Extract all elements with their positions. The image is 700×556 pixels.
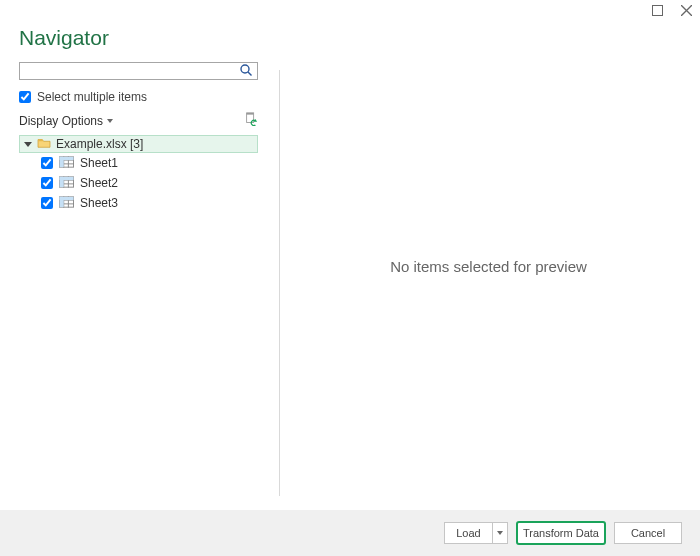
expand-collapse-icon[interactable]: [24, 142, 32, 147]
left-pane: Navigator Select multiple items Display …: [0, 22, 277, 510]
sheet-icon: [59, 156, 74, 171]
content-area: Navigator Select multiple items Display …: [0, 22, 700, 510]
refresh-icon[interactable]: [244, 112, 258, 129]
sheet-label: Sheet3: [80, 196, 118, 210]
maximize-icon[interactable]: [652, 4, 663, 18]
load-dropdown-button[interactable]: [492, 522, 508, 544]
tree: Example.xlsx [3] Sheet1 Sheet2: [19, 135, 258, 213]
page-title: Navigator: [19, 26, 258, 50]
svg-rect-0: [653, 6, 663, 16]
select-multiple-label: Select multiple items: [37, 90, 147, 104]
transform-data-label: Transform Data: [523, 527, 599, 539]
svg-rect-14: [59, 156, 73, 159]
sheet-label: Sheet1: [80, 156, 118, 170]
tree-sheet-row[interactable]: Sheet1: [19, 153, 258, 173]
pane-separator: [279, 70, 280, 496]
search-box[interactable]: [19, 62, 258, 80]
navigator-dialog: Navigator Select multiple items Display …: [0, 0, 700, 556]
load-button[interactable]: Load: [444, 522, 492, 544]
preview-pane: No items selected for preview: [277, 22, 700, 510]
search-icon[interactable]: [239, 63, 253, 80]
sheet-checkbox[interactable]: [41, 197, 53, 209]
chevron-down-icon: [107, 119, 113, 123]
svg-point-3: [241, 65, 249, 73]
tree-sheet-row[interactable]: Sheet3: [19, 193, 258, 213]
transform-data-button[interactable]: Transform Data: [516, 521, 606, 545]
sheet-label: Sheet2: [80, 176, 118, 190]
footer: Load Transform Data Cancel: [0, 510, 700, 556]
close-icon[interactable]: [681, 4, 692, 18]
tree-sheet-row[interactable]: Sheet2: [19, 173, 258, 193]
tree-file-label: Example.xlsx [3]: [56, 137, 143, 151]
svg-rect-21: [59, 176, 73, 179]
svg-rect-6: [247, 113, 254, 115]
display-options-row: Display Options: [19, 112, 258, 129]
preview-empty-message: No items selected for preview: [390, 258, 587, 275]
select-multiple-checkbox[interactable]: [19, 91, 31, 103]
title-bar: [0, 0, 700, 22]
load-button-group: Load: [444, 522, 508, 544]
sheet-checkbox[interactable]: [41, 157, 53, 169]
folder-icon: [37, 137, 51, 152]
cancel-button[interactable]: Cancel: [614, 522, 682, 544]
display-options-label: Display Options: [19, 114, 103, 128]
display-options-dropdown[interactable]: Display Options: [19, 114, 113, 128]
select-multiple-row: Select multiple items: [19, 90, 258, 104]
svg-line-4: [248, 72, 252, 76]
sheet-checkbox[interactable]: [41, 177, 53, 189]
load-button-label: Load: [456, 527, 480, 539]
sheet-icon: [59, 176, 74, 191]
cancel-button-label: Cancel: [631, 527, 665, 539]
sheet-icon: [59, 196, 74, 211]
search-input[interactable]: [24, 64, 239, 78]
svg-rect-28: [59, 196, 73, 199]
chevron-down-icon: [497, 531, 503, 535]
tree-file-row[interactable]: Example.xlsx [3]: [19, 135, 258, 153]
